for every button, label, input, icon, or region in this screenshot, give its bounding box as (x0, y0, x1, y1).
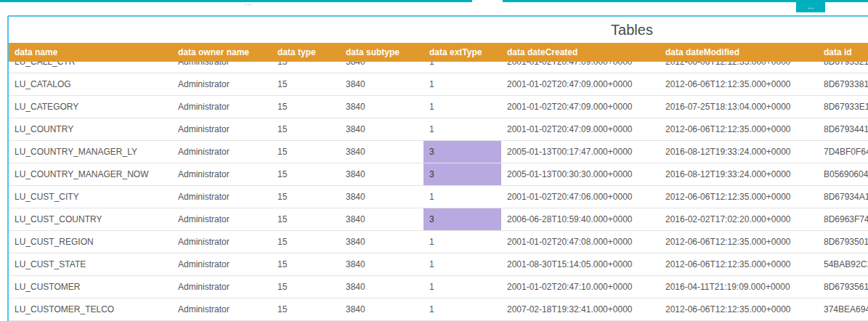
table-row[interactable]: LU_CALL_CTRAdministrator15384012001-01-0… (9, 62, 868, 73)
table-row[interactable]: LU_CUST_REGIONAdministrator15384012001-0… (9, 231, 868, 253)
cell-subtype: 3840 (340, 231, 423, 253)
cell-id: 8D67934411D (818, 118, 868, 141)
cell-subtype: 3840 (340, 253, 423, 276)
cell-extType: 1 (423, 231, 501, 253)
table-row[interactable]: LU_COUNTRY_MANAGER_LYAdministrator153840… (9, 141, 868, 163)
column-header-name[interactable]: data name (9, 43, 172, 62)
cell-dateModified: 2012-06-06T12:12:35.000+0000 (660, 186, 818, 208)
cell-name: LU_CUST_COUNTRY (9, 208, 172, 231)
cell-dateModified: 2016-08-12T19:33:24.000+0000 (660, 141, 818, 163)
column-header-dateModified[interactable]: data dateModified (660, 43, 818, 62)
column-header-owner[interactable]: data owner name (172, 43, 272, 62)
top-ellipsis-label: ... (244, 0, 253, 7)
cell-id: 8D67933E11D (818, 96, 868, 118)
cell-extType: 1 (423, 253, 501, 276)
cell-subtype: 3840 (340, 62, 423, 73)
cell-owner: Administrator (172, 186, 272, 208)
cell-dateModified: 2016-04-11T21:19:09.000+0000 (660, 276, 818, 298)
tables-grid-header: data namedata owner namedata typedata su… (9, 43, 868, 62)
grid-header-row: data namedata owner namedata typedata su… (9, 43, 868, 62)
cell-extType: 1 (423, 73, 501, 96)
cell-extType: 1 (423, 96, 501, 118)
cell-dateCreated: 2001-01-02T20:47:09.000+0000 (501, 62, 660, 73)
grid-body-scroll-area[interactable]: LU_CALL_CTRAdministrator15384012001-01-0… (9, 62, 868, 321)
cell-extType: 3 (423, 208, 501, 231)
cell-dateModified: 2016-07-25T18:13:04.000+0000 (660, 96, 818, 118)
cell-owner: Administrator (172, 253, 272, 276)
cell-subtype: 3840 (340, 118, 423, 141)
cell-dateModified: 2012-06-06T12:12:35.000+0000 (660, 253, 818, 276)
column-header-dateCreated[interactable]: data dateCreated (501, 43, 660, 62)
cell-owner: Administrator (172, 298, 272, 321)
cell-dateCreated: 2005-01-13T00:17:47.000+0000 (501, 141, 660, 163)
cell-subtype: 3840 (340, 186, 423, 208)
cell-id: 8D67934A11E (818, 186, 868, 208)
cell-dateModified: 2012-06-06T12:12:35.000+0000 (660, 73, 818, 96)
cell-extType: 1 (423, 298, 501, 321)
table-row[interactable]: LU_COUNTRY_MANAGER_NOWAdministrator15384… (9, 163, 868, 186)
cell-subtype: 3840 (340, 163, 423, 186)
cell-type: 15 (272, 231, 340, 253)
cell-name: LU_CALL_CTR (9, 62, 172, 73)
cell-owner: Administrator (172, 62, 272, 73)
table-row[interactable]: LU_CATALOGAdministrator15384012001-01-02… (9, 73, 868, 96)
cell-extType: 1 (423, 276, 501, 298)
table-row[interactable]: LU_CATEGORYAdministrator15384012001-01-0… (9, 96, 868, 118)
cell-name: LU_COUNTRY (9, 118, 172, 141)
cell-dateCreated: 2001-01-02T20:47:10.000+0000 (501, 276, 660, 298)
cell-dateCreated: 2001-08-30T15:14:05.000+0000 (501, 253, 660, 276)
table-row[interactable]: LU_CUSTOMERAdministrator15384012001-01-0… (9, 276, 868, 298)
cell-type: 15 (272, 73, 340, 96)
column-header-extType[interactable]: data extType (423, 43, 501, 62)
cell-owner: Administrator (172, 96, 272, 118)
cell-extType: 3 (423, 141, 501, 163)
table-row[interactable]: LU_COUNTRYAdministrator15384012001-01-02… (9, 118, 868, 141)
column-header-type[interactable]: data type (272, 43, 340, 62)
top-more-button[interactable]: ... (796, 0, 825, 12)
cell-dateCreated: 2001-01-02T20:47:09.000+0000 (501, 73, 660, 96)
cell-name: LU_COUNTRY_MANAGER_LY (9, 141, 172, 163)
cell-extType: 3 (423, 163, 501, 186)
cell-dateModified: 2012-06-06T12:12:35.000+0000 (660, 298, 818, 321)
cell-owner: Administrator (172, 208, 272, 231)
cell-dateModified: 2012-06-06T12:12:35.000+0000 (660, 62, 818, 73)
cell-subtype: 3840 (340, 208, 423, 231)
cell-subtype: 3840 (340, 73, 423, 96)
cell-owner: Administrator (172, 276, 272, 298)
cell-id: 8D67935611D (818, 276, 868, 298)
cell-name: LU_CUST_REGION (9, 231, 172, 253)
cell-name: LU_CUST_STATE (9, 253, 172, 276)
cell-name: LU_CATEGORY (9, 96, 172, 118)
cell-type: 15 (272, 118, 340, 141)
cell-type: 15 (272, 141, 340, 163)
cell-extType: 1 (423, 186, 501, 208)
cell-extType: 1 (423, 62, 501, 73)
cell-dateModified: 2016-08-12T19:33:24.000+0000 (660, 163, 818, 186)
cell-type: 15 (272, 163, 340, 186)
cell-subtype: 3840 (340, 298, 423, 321)
cell-dateCreated: 2005-01-13T00:30:30.000+0000 (501, 163, 660, 186)
cell-dateCreated: 2001-01-02T20:47:09.000+0000 (501, 118, 660, 141)
cell-extType: 1 (423, 118, 501, 141)
cell-id: 8D6963F745C (818, 208, 868, 231)
table-row[interactable]: LU_CUSTOMER_TELCOAdministrator1538401200… (9, 298, 868, 321)
cell-name: LU_CUSTOMER (9, 276, 172, 298)
cell-dateCreated: 2001-01-02T20:47:06.000+0000 (501, 186, 660, 208)
cell-dateModified: 2012-06-06T12:12:35.000+0000 (660, 231, 818, 253)
cell-subtype: 3840 (340, 141, 423, 163)
cell-id: 374BEA694C (818, 298, 868, 321)
table-row[interactable]: LU_CUST_STATEAdministrator15384012001-08… (9, 253, 868, 276)
tables-panel: Tables data namedata owner namedata type… (7, 15, 868, 321)
table-row[interactable]: LU_CUST_COUNTRYAdministrator15384032006-… (9, 208, 868, 231)
cell-subtype: 3840 (340, 276, 423, 298)
column-header-id[interactable]: data id (818, 43, 868, 62)
table-row[interactable]: LU_CUST_CITYAdministrator15384012001-01-… (9, 186, 868, 208)
cell-name: LU_CATALOG (9, 73, 172, 96)
top-accent-bar-left (0, 0, 472, 2)
cell-dateCreated: 2001-01-02T20:47:08.000+0000 (501, 231, 660, 253)
panel-title: Tables (9, 17, 868, 43)
cell-id: 8D67933211D (818, 62, 868, 73)
cell-owner: Administrator (172, 231, 272, 253)
cell-name: LU_CUST_CITY (9, 186, 172, 208)
column-header-subtype[interactable]: data subtype (340, 43, 423, 62)
